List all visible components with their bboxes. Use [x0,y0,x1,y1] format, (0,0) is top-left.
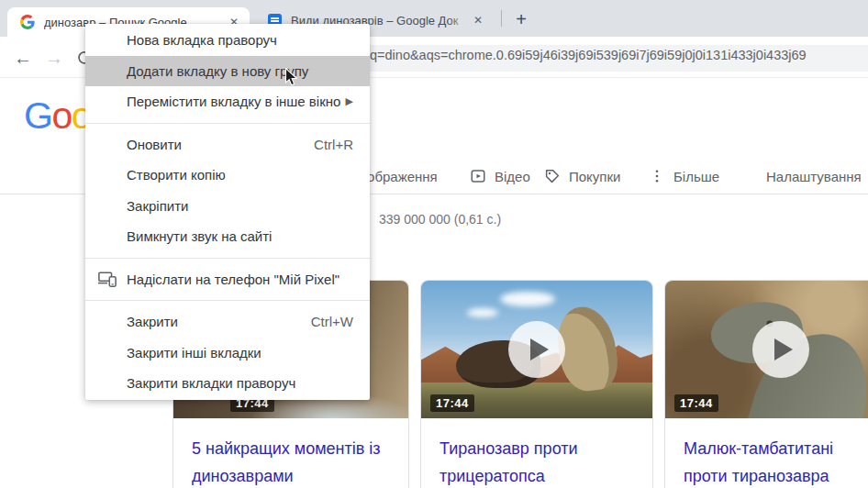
video-card: 17:44 Тиранозавр проти трицератопса [420,280,653,488]
send-to-device-icon [98,272,117,290]
nav-label: Налаштування [766,169,862,184]
back-button[interactable]: ← [11,46,35,70]
more-vertical-icon [649,168,665,184]
play-icon[interactable] [752,321,809,378]
menu-item-pin[interactable]: Закріпити [85,191,370,222]
menu-item-label: Закрити інші вкладки [127,345,262,360]
close-icon[interactable]: ✕ [470,12,486,28]
video-title-link[interactable]: 5 найкращих моментів із динозаврами [173,418,408,488]
menu-item-label: Нова вкладка праворуч [127,32,277,48]
video-thumbnail[interactable]: 17:44 [665,281,868,418]
menu-shortcut: Ctrl+W [311,314,353,329]
menu-item-label: Закріпити [127,198,188,214]
url-text[interactable]: q=dino&aqs=chrome.0.69i59j46i39j69i539j6… [370,48,868,62]
menu-item-duplicate[interactable]: Створити копію [85,160,370,191]
nav-label: Відео [495,169,530,184]
tab-title-fade [448,9,472,29]
video-duration: 17:44 [674,394,718,412]
menu-item-close[interactable]: Закрити Ctrl+W [85,306,370,338]
video-title-link[interactable]: Малюк-тамбатитані проти тиранозавра [665,418,868,488]
video-icon [470,168,486,184]
menu-item-label: Надіслати на телефон "Мій Pixel" [127,272,339,287]
menu-separator [85,258,370,259]
results-stats: 339 000 000 (0,61 с.) [379,212,501,227]
menu-separator [85,123,370,124]
video-duration: 17:44 [430,394,474,412]
menu-item-label: Вимкнути звук на сайті [127,228,272,244]
menu-item-reload[interactable]: Оновити Ctrl+R [85,129,370,161]
thumbnail-art [500,292,555,306]
menu-separator [85,300,370,301]
google-g-icon [20,15,35,29]
menu-item-move-tab-to-other-window[interactable]: Перемістити вкладку в інше вікно ▶ [85,86,370,117]
menu-item-label: Закрити вкладки праворуч [127,375,295,391]
shopping-tag-icon [544,168,561,184]
nav-shopping[interactable]: Покупки [544,162,620,190]
nav-video[interactable]: Відео [470,162,530,190]
nav-label: Покупки [569,169,620,184]
cursor-icon [284,68,302,91]
new-tab-button[interactable]: + [510,8,532,30]
forward-button[interactable]: → [42,46,66,70]
tab-separator [501,10,502,27]
nav-more[interactable]: Більше [649,162,719,190]
tab-context-menu: Нова вкладка праворуч Додати вкладку в н… [85,24,370,400]
menu-item-close-tabs-right[interactable]: Закрити вкладки праворуч [85,368,370,399]
play-icon[interactable] [508,321,565,378]
menu-shortcut: Ctrl+R [314,137,353,152]
submenu-arrow-icon: ▶ [346,95,353,107]
menu-item-label: Оновити [127,137,182,152]
nav-label: Більше [673,169,719,184]
menu-item-mute-site[interactable]: Вимкнути звук на сайті [85,221,370,252]
menu-item-send-to-device[interactable]: Надіслати на телефон "Мій Pixel" [85,264,370,295]
menu-item-new-tab-right[interactable]: Нова вкладка праворуч [85,25,370,56]
menu-item-close-other-tabs[interactable]: Закрити інші вкладки [85,338,370,369]
menu-item-label: Створити копію [127,167,226,183]
menu-item-label: Перемістити вкладку в інше вікно [127,94,340,109]
video-card: 17:44 Малюк-тамбатитані проти тиранозавр… [664,280,868,488]
menu-item-label: Закрити [127,314,178,329]
nav-label: Зображення [359,169,438,184]
menu-item-label: Додати вкладку в нову групу [127,63,308,79]
nav-settings[interactable]: Налаштування [766,162,862,190]
video-thumbnail[interactable]: 17:44 [421,281,652,418]
video-title-link[interactable]: Тиранозавр проти трицератопса [421,418,652,488]
menu-item-add-tab-to-new-group[interactable]: Додати вкладку в нову групу [85,56,370,87]
